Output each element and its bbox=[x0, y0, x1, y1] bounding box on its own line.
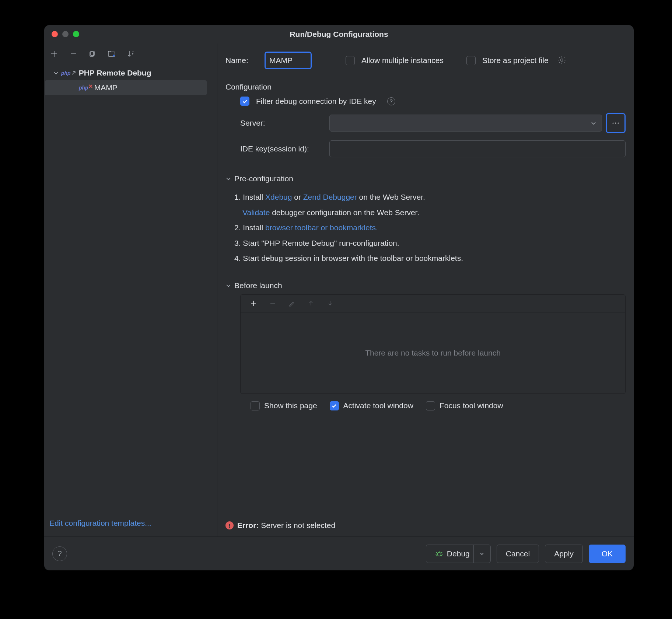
edit-icon bbox=[287, 298, 297, 308]
show-page-checkbox[interactable] bbox=[251, 401, 260, 410]
php-icon: php bbox=[79, 85, 88, 91]
tree-item-mamp[interactable]: php MAMP bbox=[45, 80, 207, 95]
sidebar-toolbar bbox=[44, 43, 217, 64]
arrow-icon bbox=[71, 71, 76, 75]
server-browse-button[interactable] bbox=[606, 113, 626, 133]
server-select[interactable] bbox=[329, 115, 602, 132]
chevron-down-icon bbox=[225, 283, 231, 288]
ellipsis-icon bbox=[612, 122, 619, 124]
ide-key-input[interactable] bbox=[329, 140, 626, 157]
name-label: Name: bbox=[225, 56, 258, 65]
move-down-icon bbox=[325, 298, 335, 308]
cancel-button[interactable]: Cancel bbox=[497, 545, 539, 563]
validate-link[interactable]: Validate bbox=[242, 208, 270, 217]
run-debug-config-dialog: Run/Debug Configurations php PHP Remote … bbox=[44, 25, 634, 570]
svg-point-2 bbox=[561, 59, 563, 61]
tree-group-php-remote-debug[interactable]: php PHP Remote Debug bbox=[44, 66, 217, 80]
folder-add-icon[interactable] bbox=[107, 49, 116, 59]
tree-group-label: PHP Remote Debug bbox=[79, 69, 151, 77]
error-icon: ! bbox=[225, 521, 234, 529]
debug-button[interactable]: Debug bbox=[426, 545, 491, 563]
error-badge-icon bbox=[88, 84, 93, 88]
list-item: 2. Install browser toolbar or bookmarkle… bbox=[234, 222, 626, 234]
preconfig-header[interactable]: Pre-configuration bbox=[225, 174, 626, 183]
store-project-checkbox[interactable] bbox=[466, 56, 476, 65]
chevron-down-icon bbox=[53, 70, 59, 76]
error-label: Error: bbox=[237, 521, 259, 529]
apply-button[interactable]: Apply bbox=[545, 545, 583, 563]
filter-ide-key-label: Filter debug connection by IDE key bbox=[256, 97, 376, 106]
window-controls bbox=[44, 31, 79, 37]
remove-icon[interactable] bbox=[69, 49, 78, 59]
chevron-down-icon bbox=[591, 120, 596, 126]
preconfig-steps: 1. Install Xdebug or Zend Debugger on th… bbox=[225, 188, 626, 264]
check-icon bbox=[242, 98, 248, 104]
list-item: 4. Start debug session in browser with t… bbox=[234, 252, 626, 264]
bug-icon bbox=[435, 550, 443, 558]
show-page-label: Show this page bbox=[264, 401, 317, 410]
chevron-down-icon bbox=[225, 176, 231, 182]
add-icon[interactable] bbox=[249, 298, 258, 308]
before-launch-empty: There are no tasks to run before launch bbox=[241, 312, 625, 394]
svg-point-4 bbox=[615, 122, 616, 123]
before-launch-header[interactable]: Before launch bbox=[225, 281, 626, 290]
window-title: Run/Debug Configurations bbox=[44, 30, 634, 39]
ide-key-label: IDE key(session id): bbox=[240, 144, 329, 153]
allow-multiple-checkbox[interactable] bbox=[346, 56, 355, 65]
gear-icon[interactable] bbox=[557, 56, 567, 65]
add-icon[interactable] bbox=[49, 49, 59, 59]
php-icon: php bbox=[61, 70, 71, 76]
allow-multiple-label: Allow multiple instances bbox=[361, 56, 444, 65]
sort-icon[interactable] bbox=[126, 49, 136, 59]
tree-item-label: MAMP bbox=[94, 83, 118, 92]
move-up-icon bbox=[306, 298, 316, 308]
preconfig-title: Pre-configuration bbox=[234, 174, 293, 183]
chevron-down-icon bbox=[479, 551, 484, 556]
focus-checkbox[interactable] bbox=[426, 401, 435, 410]
focus-label: Focus tool window bbox=[440, 401, 503, 410]
sidebar: php PHP Remote Debug php MAMP Edit confi… bbox=[44, 43, 217, 536]
activate-checkbox[interactable] bbox=[330, 401, 339, 410]
svg-point-6 bbox=[437, 552, 441, 556]
list-item: Validate debugger configuration on the W… bbox=[234, 207, 626, 218]
debug-dropdown[interactable] bbox=[473, 545, 490, 563]
main-panel: Name: Allow multiple instances Store as … bbox=[217, 43, 634, 536]
xdebug-link[interactable]: Xdebug bbox=[265, 193, 292, 201]
name-input[interactable] bbox=[265, 52, 312, 69]
check-icon bbox=[331, 403, 337, 409]
edit-templates-link[interactable]: Edit configuration templates... bbox=[49, 519, 151, 527]
server-label: Server: bbox=[240, 119, 329, 127]
before-launch-title: Before launch bbox=[234, 281, 282, 290]
zoom-icon[interactable] bbox=[73, 31, 79, 37]
minimize-icon bbox=[62, 31, 69, 37]
remove-icon bbox=[268, 298, 277, 308]
error-message: Server is not selected bbox=[259, 521, 335, 529]
config-section-title: Configuration bbox=[225, 83, 626, 91]
config-tree: php PHP Remote Debug php MAMP bbox=[44, 64, 217, 95]
titlebar: Run/Debug Configurations bbox=[44, 25, 634, 43]
before-launch-list: There are no tasks to run before launch bbox=[240, 294, 626, 394]
ok-button[interactable]: OK bbox=[589, 545, 626, 563]
error-row: ! Error: Server is not selected bbox=[225, 510, 626, 530]
zend-link[interactable]: Zend Debugger bbox=[303, 193, 357, 201]
svg-point-3 bbox=[612, 122, 613, 123]
activate-label: Activate tool window bbox=[343, 401, 413, 410]
filter-ide-key-checkbox[interactable] bbox=[240, 97, 249, 106]
dialog-footer: ? Debug Cancel Apply OK bbox=[44, 536, 634, 570]
svg-point-5 bbox=[617, 122, 619, 123]
list-item: 3. Start "PHP Remote Debug" run-configur… bbox=[234, 237, 626, 249]
copy-icon[interactable] bbox=[88, 49, 97, 59]
help-button[interactable]: ? bbox=[52, 546, 67, 561]
bookmarklets-link[interactable]: browser toolbar or bookmarklets. bbox=[265, 223, 378, 232]
list-item: 1. Install Xdebug or Zend Debugger on th… bbox=[234, 191, 626, 203]
close-icon[interactable] bbox=[52, 31, 58, 37]
store-project-label: Store as project file bbox=[482, 56, 549, 65]
help-icon[interactable]: ? bbox=[387, 97, 395, 105]
